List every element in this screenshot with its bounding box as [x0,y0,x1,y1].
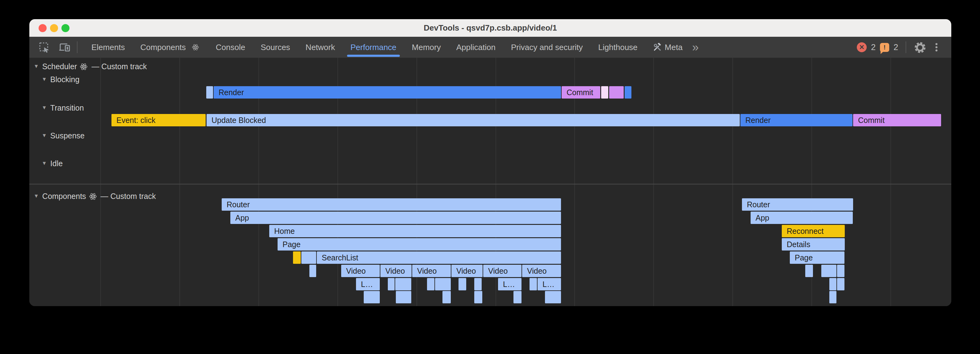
lane-label-suspense[interactable]: ▼Suspense [42,131,84,140]
perf-bar[interactable] [829,291,837,303]
tab-performance[interactable]: Performance [343,37,404,58]
perf-bar-searchlist[interactable]: SearchList [317,252,561,264]
perf-bar-video[interactable]: Video [380,265,412,277]
timeline-gridline [653,58,654,306]
perf-bar-page[interactable]: Page [278,238,561,250]
inspect-icon[interactable] [38,41,50,53]
perf-bar-commit[interactable]: Commit [562,86,600,99]
collapse-triangle-icon[interactable]: ▼ [33,193,39,199]
perf-bar[interactable] [458,278,466,290]
perf-bar[interactable] [609,86,624,99]
perf-bar[interactable] [388,278,395,290]
perf-bar-video[interactable]: Video [341,265,380,277]
tab-meta[interactable]: Meta [645,37,690,58]
lane-label-text: Idle [50,159,63,168]
lane-label-text: Transition [50,104,84,112]
perf-bar-app[interactable]: App [230,212,561,224]
tab-label: Lighthouse [598,43,638,52]
collapse-triangle-icon[interactable]: ▼ [33,63,39,70]
perf-bar[interactable] [395,278,411,290]
tab-network[interactable]: Network [298,37,343,58]
error-icon[interactable]: ✕ [857,42,867,52]
perf-bar[interactable] [805,265,813,277]
perf-bar-page[interactable]: Page [790,252,845,264]
perf-bar[interactable] [442,291,451,303]
tools-icon [653,43,662,52]
error-count[interactable]: 2 [871,43,876,52]
tab-lighthouse[interactable]: Lighthouse [591,37,645,58]
react-atom-icon [89,193,97,201]
tab-label: Sources [261,43,290,52]
perf-bar-reconnect[interactable]: Reconnect [782,225,845,237]
track-header-components[interactable]: ▼Components — Custom track [33,192,156,201]
perf-bar-video[interactable]: Video [522,265,561,277]
tab-memory[interactable]: Memory [404,37,449,58]
perf-bar-event-click[interactable]: Event: click [111,114,206,126]
perf-bar-video[interactable]: Video [452,265,483,277]
perf-bar-home[interactable]: Home [269,225,561,237]
lane-label-transition[interactable]: ▼Transition [42,104,84,112]
warning-icon[interactable]: ! [880,43,889,52]
lane-label-text: Blocking [50,75,80,84]
track-header-scheduler[interactable]: ▼Scheduler — Custom track [33,62,147,71]
perf-bar[interactable] [301,252,316,264]
perf-bar[interactable] [474,278,482,290]
tab-label: Privacy and security [511,43,583,52]
perf-bar-render[interactable]: Render [214,86,561,99]
timeline-gridline [732,58,733,306]
perf-bar[interactable] [206,86,213,99]
collapse-triangle-icon[interactable]: ▼ [42,160,47,166]
devtools-toolbar: ElementsComponents ConsoleSourcesNetwork… [29,37,951,58]
track-name: Components [42,192,86,201]
perf-bar-l-[interactable]: L… [356,278,380,290]
perf-bar-l-[interactable]: L… [498,278,522,290]
tab-sources[interactable]: Sources [253,37,298,58]
perf-bar[interactable] [829,278,837,290]
perf-bar[interactable] [530,278,537,290]
collapse-triangle-icon[interactable]: ▼ [42,105,47,111]
devtools-window: DevTools - qsvd7p.csb.app/video/1 Elemen… [29,19,951,306]
perf-bar-video[interactable]: Video [483,265,522,277]
device-toolbar-icon[interactable] [58,41,71,53]
perf-bar-app[interactable]: App [751,212,853,224]
perf-bar-render[interactable]: Render [740,114,853,126]
perf-bar-details[interactable]: Details [782,238,845,250]
perf-bar-l-[interactable]: L… [538,278,561,290]
tab-application[interactable]: Application [449,37,503,58]
perf-bar[interactable] [364,291,380,303]
perf-bar[interactable] [821,265,837,277]
tab-components[interactable]: Components [132,37,208,58]
collapse-triangle-icon[interactable]: ▼ [42,132,47,139]
perf-bar[interactable] [396,291,411,303]
warning-count[interactable]: 2 [894,43,898,52]
perf-bar[interactable] [309,265,316,277]
perf-bar[interactable] [474,291,482,303]
perf-bar[interactable] [427,278,434,290]
perf-bar[interactable] [545,291,561,303]
react-atom-icon [192,43,199,51]
settings-gear-icon[interactable] [914,41,926,53]
perf-bar-update-blocked[interactable]: Update Blocked [207,114,740,126]
perf-bar-router[interactable]: Router [222,198,561,210]
track-suffix: — Custom track [91,62,147,71]
perf-bar[interactable] [601,86,608,99]
lane-label-blocking[interactable]: ▼Blocking [42,75,80,84]
perf-bar[interactable] [514,291,522,303]
perf-bar[interactable] [837,278,845,290]
collapse-triangle-icon[interactable]: ▼ [42,76,47,83]
tab-privacy-and-security[interactable]: Privacy and security [503,37,591,58]
perf-bar-router[interactable]: Router [742,198,853,210]
more-menu-kebab-icon[interactable] [930,41,943,53]
perf-bar[interactable] [293,252,301,264]
perf-bar-commit[interactable]: Commit [853,114,941,126]
performance-flamechart[interactable]: ▼Scheduler — Custom track▼Blocking▼Trans… [29,58,951,306]
perf-bar[interactable] [435,278,451,290]
tab-console[interactable]: Console [208,37,253,58]
tab-label: Performance [350,43,396,52]
lane-label-idle[interactable]: ▼Idle [42,159,63,168]
perf-bar[interactable] [625,86,632,99]
perf-bar-video[interactable]: Video [412,265,451,277]
perf-bar[interactable] [837,265,845,277]
more-tabs-icon[interactable]: » [692,37,699,58]
tab-elements[interactable]: Elements [84,37,132,58]
